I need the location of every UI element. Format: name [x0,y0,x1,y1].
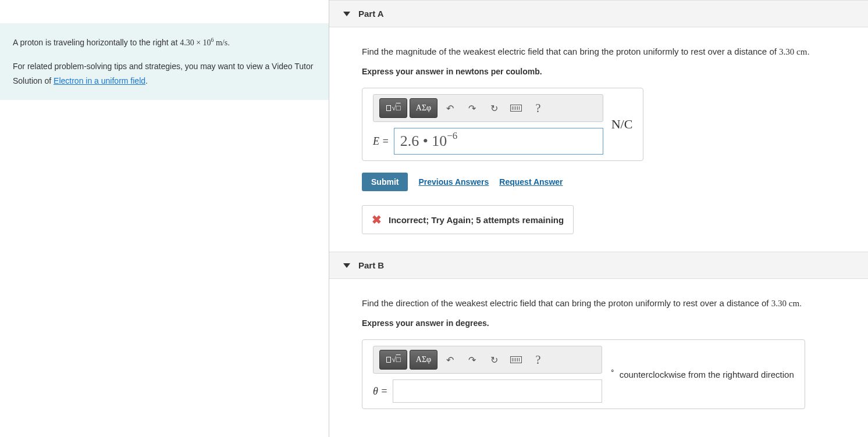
part-b-instruction: Express your answer in degrees. [362,318,868,328]
feedback-text: Incorrect; Try Again; 5 attempts remaini… [389,215,564,225]
part-b-title: Part B [358,260,384,270]
tip-after: . [145,76,148,85]
reset-button[interactable]: ↻ [484,98,504,118]
unit-trail: ∘ counterclockwise from the rightward di… [610,370,794,379]
reset-button[interactable]: ↻ [484,350,504,370]
keyboard-icon [510,356,522,363]
part-a-answer-box: √□ ΑΣφ ↶ ↷ ↻ ? E = 2.6 • 10−6 [362,88,643,161]
symbols-button[interactable]: ΑΣφ [410,350,437,370]
help-button[interactable]: ? [528,98,548,118]
part-a-instruction: Express your answer in newtons per coulo… [362,67,868,76]
part-b-answer-box: √□ ΑΣφ ↶ ↷ ↻ ? θ = [362,339,805,409]
problem-value: 4.30 × 106 m/s [180,38,227,47]
keyboard-icon [510,105,522,112]
equation-label: E = [373,135,389,148]
problem-statement: A proton is traveling horizontally to th… [0,23,329,100]
redo-button[interactable]: ↷ [462,98,482,118]
equation-label: θ = [373,385,388,397]
answer-value: 2.6 • 10−6 [400,132,458,150]
equation-toolbar-b: √□ ΑΣφ ↶ ↷ ↻ ? [373,346,602,374]
feedback-box: ✖ Incorrect; Try Again; 5 attempts remai… [362,205,574,234]
keyboard-button[interactable] [506,98,526,118]
part-b-header[interactable]: Part B [329,252,868,279]
part-b-question: Find the direction of the weakest electr… [362,296,868,310]
previous-answers-link[interactable]: Previous Answers [418,177,489,187]
request-answer-link[interactable]: Request Answer [499,177,563,187]
problem-text-after: . [227,38,230,47]
template-button[interactable]: √□ [379,350,407,370]
answer-input[interactable]: 2.6 • 10−6 [394,128,603,155]
keyboard-button[interactable] [506,350,526,370]
unit-label: N/C [611,117,633,132]
part-a-title: Part A [358,9,384,19]
answer-input-b[interactable] [393,379,602,403]
problem-text: A proton is traveling horizontally to th… [13,38,180,47]
part-a-header[interactable]: Part A [329,0,868,27]
part-a-body: Find the magnitude of the weakest electr… [329,27,868,252]
video-tutor-link[interactable]: Electron in a uniform field [54,76,145,85]
incorrect-icon: ✖ [372,213,382,227]
help-button[interactable]: ? [528,350,548,370]
equation-toolbar: √□ ΑΣφ ↶ ↷ ↻ ? [373,94,603,122]
undo-button[interactable]: ↶ [440,98,460,118]
caret-down-icon [343,12,350,16]
template-button[interactable]: √□ [379,98,407,118]
symbols-button[interactable]: ΑΣφ [410,98,437,118]
submit-button[interactable]: Submit [362,173,408,191]
part-a-question: Find the magnitude of the weakest electr… [362,45,868,59]
part-b-body: Find the direction of the weakest electr… [329,279,868,427]
redo-button[interactable]: ↷ [462,350,482,370]
caret-down-icon [343,263,350,268]
undo-button[interactable]: ↶ [440,350,460,370]
